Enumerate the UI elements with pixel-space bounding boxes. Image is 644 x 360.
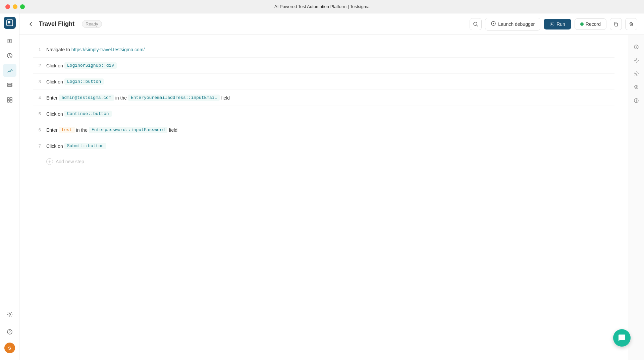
step-content: Click onSubmit::button [46, 143, 106, 149]
header-actions: Launch debugger Run Record [470, 18, 637, 31]
svg-rect-9 [10, 100, 12, 102]
svg-point-1 [7, 72, 8, 72]
record-indicator [580, 22, 584, 26]
window-title: AI Powered Test Automation Platform | Te… [274, 4, 370, 9]
step-content: Entertestin theEnterpassword::inputPassw… [46, 127, 177, 133]
run-button[interactable]: Run [544, 19, 571, 29]
record-label: Record [586, 21, 601, 27]
table-row: 3Click onLogin::button [33, 74, 614, 90]
step-keyword: Click on [46, 143, 63, 149]
svg-rect-6 [7, 98, 9, 100]
record-button[interactable]: Record [575, 18, 606, 30]
back-button[interactable] [26, 19, 36, 29]
step-code-red: test [59, 127, 74, 133]
sidebar-item-apps[interactable]: ⊞ [3, 34, 16, 48]
header: Travel Flight Ready [19, 13, 644, 35]
sidebar-item-editor[interactable] [3, 64, 16, 77]
add-step-plus-icon: + [46, 158, 53, 165]
step-code: Continue::button [64, 111, 112, 117]
copy-button[interactable] [610, 18, 622, 30]
step-keyword: field [169, 127, 177, 133]
window-controls [5, 4, 25, 9]
right-panel-info[interactable] [631, 42, 642, 52]
launch-debugger-label: Launch debugger [498, 21, 535, 27]
add-step-button[interactable]: + Add new step [46, 154, 614, 169]
step-content: Enteradmin@testsigma.comin theEnteryoure… [46, 95, 230, 101]
step-keyword: field [221, 95, 230, 101]
svg-rect-7 [10, 98, 12, 100]
step-code: Enteryouremailaddress::inputEmail [128, 95, 220, 101]
step-keyword: in the [115, 95, 127, 101]
debugger-icon [491, 21, 496, 27]
step-content: Click onLogin::button [46, 78, 104, 85]
step-content: Navigate tohttps://simply-travel.testsig… [46, 47, 145, 52]
close-window-btn[interactable] [5, 4, 10, 9]
right-panel-settings1[interactable] [631, 55, 642, 66]
delete-button[interactable] [625, 18, 637, 30]
right-panel-details[interactable] [631, 95, 642, 106]
step-code: Enterpassword::inputPassword [89, 127, 167, 133]
maximize-window-btn[interactable] [20, 4, 25, 9]
step-number: 5 [33, 111, 41, 116]
sidebar-logo[interactable] [4, 17, 16, 29]
step-content: Click onLoginorSignUp::div [46, 62, 117, 69]
svg-point-10 [9, 314, 10, 315]
status-badge: Ready [82, 20, 102, 28]
table-row: 6Entertestin theEnterpassword::inputPass… [33, 122, 614, 138]
sidebar-item-storage[interactable] [3, 78, 16, 92]
step-number: 4 [33, 95, 41, 100]
svg-point-19 [636, 46, 637, 46]
step-keyword: Click on [46, 79, 63, 84]
minimize-window-btn[interactable] [13, 4, 17, 9]
steps-list: 1Navigate tohttps://simply-travel.testsi… [19, 35, 628, 360]
step-number: 1 [33, 47, 41, 52]
step-number: 2 [33, 63, 41, 68]
sidebar-item-settings[interactable] [3, 308, 16, 321]
page-title: Travel Flight [39, 20, 74, 27]
table-row: 2Click onLoginorSignUp::div [33, 58, 614, 74]
table-row: 4Enteradmin@testsigma.comin theEnteryour… [33, 90, 614, 106]
content-wrapper: 1Navigate tohttps://simply-travel.testsi… [19, 35, 644, 360]
table-row: 1Navigate tohttps://simply-travel.testsi… [33, 42, 614, 58]
svg-point-20 [635, 60, 637, 61]
run-label: Run [556, 21, 565, 27]
step-number: 6 [33, 127, 41, 132]
logo-icon [6, 19, 13, 26]
step-keyword: Navigate to [46, 47, 70, 52]
step-number: 3 [33, 79, 41, 84]
search-button[interactable] [470, 18, 482, 30]
svg-point-5 [11, 85, 12, 86]
step-keyword: Enter [46, 95, 57, 101]
step-keyword: in the [76, 127, 88, 133]
step-code: LoginorSignUp::div [64, 62, 117, 69]
avatar[interactable]: S [4, 343, 15, 353]
svg-point-15 [493, 23, 494, 24]
step-code: admin@testsigma.com [59, 95, 114, 101]
sidebar-item-help[interactable]: ? [3, 325, 16, 339]
table-row: 5Click onContinue::button [33, 106, 614, 122]
launch-debugger-button[interactable]: Launch debugger [485, 18, 540, 31]
add-step-label: Add new step [56, 159, 84, 164]
svg-point-4 [11, 83, 12, 84]
step-link[interactable]: https://simply-travel.testsigma.com/ [71, 47, 145, 52]
sidebar-item-analytics[interactable] [3, 49, 16, 62]
title-bar: AI Powered Test Automation Platform | Te… [0, 0, 644, 13]
chat-button[interactable] [613, 329, 631, 347]
step-code: Submit::button [64, 143, 106, 149]
right-panel-history[interactable] [631, 82, 642, 93]
step-keyword: Click on [46, 63, 63, 68]
step-keyword: Enter [46, 127, 57, 133]
sidebar: ⊞ [0, 13, 19, 360]
table-row: 7Click onSubmit::button [33, 138, 614, 154]
step-keyword: Click on [46, 111, 63, 117]
step-number: 7 [33, 143, 41, 148]
right-panel-settings2[interactable] [631, 68, 642, 79]
sidebar-item-components[interactable] [3, 93, 16, 107]
right-panel [628, 35, 644, 360]
step-code: Login::button [64, 78, 104, 85]
main-section: Travel Flight Ready [19, 13, 644, 360]
svg-point-23 [636, 99, 637, 100]
svg-point-21 [635, 73, 637, 74]
svg-rect-8 [7, 100, 9, 102]
step-content: Click onContinue::button [46, 111, 112, 117]
